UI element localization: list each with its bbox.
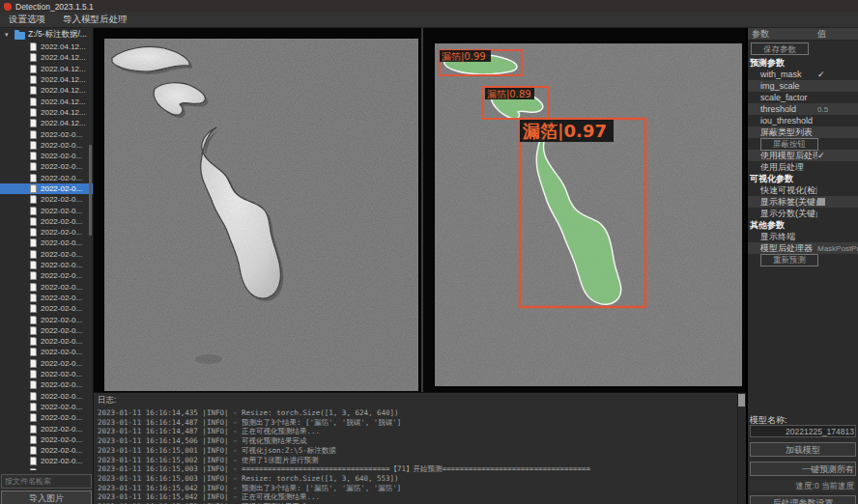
tree-item[interactable]: 2022-02-0...	[0, 347, 93, 357]
file-icon	[30, 42, 37, 51]
file-icon	[30, 425, 37, 434]
file-icon	[30, 380, 37, 389]
predict-all-button[interactable]: 一键预测所有	[750, 462, 856, 476]
log-line: 2023-01-11 16:16:15,003 |INFO| - =======…	[98, 464, 746, 474]
param-row[interactable]: 模型后处理器MaskPostPro	[748, 242, 858, 254]
param-row[interactable]: 使用模型后处理✓	[748, 150, 858, 161]
tree-item[interactable]: 2022-02-0...	[0, 173, 93, 183]
param-checkbox[interactable]	[817, 198, 825, 206]
tree-item[interactable]: 2022.04.12...	[0, 118, 93, 128]
tree-item[interactable]: 2022-02-0...	[0, 227, 93, 238]
load-model-button[interactable]: 加载模型	[750, 442, 856, 457]
expand-arrow-icon[interactable]	[5, 31, 12, 39]
menu-item[interactable]: 设置选项	[0, 13, 54, 27]
log-scrollbar[interactable]	[737, 393, 746, 504]
tree-item-label: 2022-02-0...	[41, 326, 82, 335]
tree-item[interactable]: 2022.04.12...	[0, 85, 93, 96]
param-name: 使用后处理	[748, 161, 817, 174]
tree-item[interactable]: 2022-02-0...	[0, 260, 93, 270]
file-icon	[30, 304, 37, 313]
tree-item[interactable]: 2022-02-0...	[0, 249, 93, 260]
tree-item[interactable]: 2022.04.12...	[0, 74, 93, 85]
tree-item[interactable]: 2022.04.12...	[0, 96, 93, 106]
tree-item[interactable]: 2022-02-0...	[0, 379, 93, 390]
tree-item[interactable]: 2022-02-0...	[0, 358, 93, 369]
log-line: 2023-01-11 16:16:14,487 |INFO| - 预测出了3个结…	[98, 418, 746, 428]
tree-item[interactable]: 2022-02-0...	[0, 216, 93, 227]
tree-item[interactable]: 2022-02-0...	[0, 293, 93, 303]
tree-item[interactable]: 2022.04.12...	[0, 42, 93, 52]
tree-item[interactable]: 2022-02-0...	[0, 270, 93, 281]
param-name: img_scale	[748, 81, 817, 91]
postprocess-settings-button[interactable]: 后处理参数设置	[750, 495, 856, 504]
tree-item-label: 2022-02-0...	[41, 380, 82, 389]
param-button[interactable]: 重新预测	[760, 254, 818, 266]
tree-item[interactable]: 2022-02-0...	[0, 423, 93, 434]
tree-item[interactable]: 2022-02-0...	[0, 194, 93, 205]
tree-item[interactable]: 2022-02-0...	[0, 140, 93, 151]
film-grain	[435, 43, 742, 386]
param-row[interactable]: iou_threshold	[748, 115, 858, 126]
file-icon	[30, 446, 37, 455]
tree-item[interactable]: 2022-02-0...	[0, 161, 93, 172]
tree-item-label: 2022-02-0...	[41, 370, 82, 378]
file-icon	[30, 271, 37, 280]
viewer-splitter[interactable]	[421, 28, 423, 392]
viewer-area: 漏箔|0.99 漏箔|0.89 漏箔|0.97 日志: 2023-01-11 1…	[94, 28, 746, 504]
tree-item[interactable]: 2022-02-0...	[0, 303, 93, 314]
tree-item[interactable]: 2022-02-0...	[0, 151, 93, 161]
tree-item[interactable]: 2022-02-0...	[0, 282, 93, 293]
tree-item[interactable]: 2022-02-0...	[0, 445, 93, 456]
tree-item[interactable]: 2022-02-0...	[0, 128, 93, 139]
param-row[interactable]: 快速可视化(检测)	[748, 184, 858, 196]
param-row[interactable]: threshold0.5	[748, 103, 858, 115]
file-icon	[30, 326, 37, 335]
param-row[interactable]: 显示分数(关键点)	[748, 208, 858, 219]
param-button-row: 屏蔽按钮	[748, 138, 858, 150]
param-row[interactable]: 显示终端	[748, 231, 858, 242]
tree-item[interactable]: 2022.04.12...	[0, 107, 93, 118]
tree-item[interactable]: 2022-02-0...	[0, 205, 93, 215]
tree-item[interactable]: 2022-02-0...	[0, 402, 93, 412]
tree-item[interactable]: 2022-02-0...	[0, 456, 93, 466]
param-row[interactable]: scale_factor	[748, 92, 858, 103]
tree-root-node[interactable]: Z:/5-标注数据/...	[0, 28, 93, 42]
tree-item[interactable]: 2022-02-0...	[0, 238, 93, 248]
file-icon	[30, 108, 37, 117]
tree-item[interactable]: 2022.04.12...	[0, 64, 93, 74]
menu-item[interactable]: 导入模型后处理	[54, 13, 136, 27]
param-row[interactable]: 屏蔽类型列表	[748, 126, 858, 138]
filename-search-input[interactable]	[1, 474, 92, 489]
log-line: 2023-01-11 16:16:15,001 |INFO| - 可视化json…	[98, 446, 746, 456]
file-icon	[30, 294, 37, 302]
tree-item[interactable]: 2022-02-0...	[0, 391, 93, 402]
tree-item-label: 2022-02-0...	[41, 207, 82, 215]
tree-item[interactable]: 2022-02-0...	[0, 369, 93, 379]
param-row[interactable]: with_mask✓	[748, 69, 858, 80]
param-row[interactable]: 使用后处理	[748, 161, 858, 173]
file-icon	[30, 162, 37, 171]
params-section-title: 预测参数	[748, 57, 858, 69]
left-image[interactable]	[104, 39, 418, 391]
tree-item[interactable]: 2022-02-0...	[0, 336, 93, 347]
params-header: 参数 值	[748, 28, 858, 41]
right-image-predictions[interactable]: 漏箔|0.99 漏箔|0.89 漏箔|0.97	[435, 43, 742, 386]
tree-item[interactable]: 2022-02-0...	[0, 183, 93, 194]
app-window: Detection_2023.1.5.1 设置选项导入模型后处理 Z:/5-标注…	[0, 0, 858, 504]
param-row[interactable]: img_scale	[748, 80, 858, 92]
log-scrollbar-thumb[interactable]	[738, 394, 745, 406]
tree-scrollbar-thumb[interactable]	[89, 145, 92, 236]
tree-item[interactable]: 2022-02-0...	[0, 325, 93, 336]
file-icon	[30, 86, 37, 95]
tree-item[interactable]: 2022-02-0...	[0, 467, 93, 470]
model-name-field[interactable]: 20221225_174813	[750, 425, 856, 437]
tree-item-label: 2022-02-0...	[41, 162, 82, 171]
tree-item[interactable]: 2022-02-0...	[0, 434, 93, 445]
file-icon	[30, 195, 37, 204]
save-params-button[interactable]: 保存参数	[751, 42, 809, 55]
tree-item[interactable]: 2022.04.12...	[0, 52, 93, 63]
param-row[interactable]: 显示标签(关键点)	[748, 196, 858, 208]
tree-item[interactable]: 2022-02-0...	[0, 314, 93, 324]
tree-item[interactable]: 2022-02-0...	[0, 412, 93, 423]
import-image-button[interactable]: 导入图片	[1, 490, 92, 504]
